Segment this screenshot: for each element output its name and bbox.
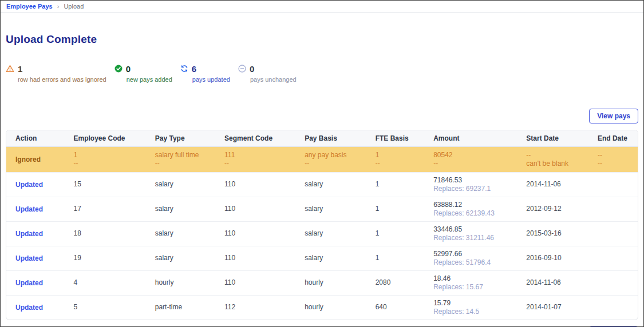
cell-employee_code: 15 — [64, 172, 145, 197]
cell-fte_basis: 1 — [366, 172, 424, 197]
cell-value: any pay basis — [305, 151, 362, 159]
stat-added-value: 0 — [126, 64, 131, 74]
column-header-pay_basis: Pay Basis — [295, 130, 366, 146]
cell-subvalue: -- — [224, 159, 291, 168]
cell-value: 640 — [376, 303, 420, 312]
column-header-action: Action — [6, 130, 64, 146]
cell-value: salary — [305, 180, 362, 189]
ignored-label: Ignored — [15, 155, 41, 164]
cell-value: 110 — [224, 254, 291, 262]
cell-value: 112 — [224, 303, 291, 312]
cell-value: 33446.85 — [433, 225, 512, 234]
cell-value: hourly — [155, 278, 211, 287]
cell-amount: 71846.53Replaces: 69237.1 — [424, 172, 517, 197]
cell-value: 2014-01-07 — [526, 303, 584, 312]
stat-errors-top: 1 — [6, 64, 106, 73]
cell-subvalue: -- — [305, 159, 362, 168]
cell-pay_type: salary — [146, 246, 215, 270]
column-header-end_date: End Date — [588, 130, 638, 146]
stat-errors-label: row had errors and was ignored — [6, 76, 106, 83]
cell-value: salary — [305, 254, 362, 262]
cell-value: 1 — [73, 151, 141, 159]
cell-subvalue: -- — [598, 159, 633, 168]
cell-value: 2014-11-06 — [526, 180, 584, 189]
updated-link[interactable]: Updated — [15, 181, 43, 189]
stat-errors-value: 1 — [18, 64, 22, 74]
cell-value: 4 — [73, 278, 141, 287]
cell-fte_basis: 1 — [366, 246, 424, 270]
cell-start_date: 2016-09-10 — [517, 246, 588, 270]
table-header: ActionEmployee CodePay TypeSegment CodeP… — [6, 130, 638, 146]
cell-action: Updated — [6, 197, 64, 221]
table-row: Updated15salary110salary171846.53Replace… — [6, 172, 638, 197]
cell-value: 71846.53 — [433, 176, 512, 185]
cell-pay_basis: salary — [295, 221, 366, 246]
cell-start_date: 2014-11-06 — [517, 270, 588, 295]
cell-pay_basis: any pay basis-- — [295, 146, 366, 172]
cell-value: 2016-09-10 — [526, 254, 584, 262]
cell-segment_code: 110 — [215, 246, 295, 270]
stat-unchanged-top: 0 — [238, 64, 297, 73]
cell-subvalue: -- — [73, 159, 141, 168]
cell-segment_code: 110 — [215, 270, 295, 295]
cell-value: 2014-11-06 — [526, 278, 584, 287]
cell-end_date — [588, 246, 638, 270]
cell-value: 2012-09-12 — [526, 205, 584, 213]
cell-start_date: 2012-09-12 — [517, 197, 588, 221]
cell-employee_code: 17 — [64, 197, 145, 221]
view-pays-button-top[interactable]: View pays — [589, 109, 638, 123]
cell-start_date: 2014-01-07 — [517, 295, 588, 320]
cell-employee_code: 18 — [64, 221, 145, 246]
stat-unchanged: 0 pays unchanged — [238, 64, 297, 83]
cell-fte_basis: 2080 — [366, 270, 424, 295]
cell-value: 5 — [73, 303, 141, 312]
cell-value: 2080 — [376, 278, 420, 287]
column-header-fte_basis: FTE Basis — [366, 130, 424, 146]
updated-link[interactable]: Updated — [15, 279, 43, 287]
cell-amount: 63888.12Replaces: 62139.43 — [424, 197, 517, 221]
cell-end_date — [588, 172, 638, 197]
stat-added: 0 new pays added — [114, 64, 172, 83]
stat-added-top: 0 — [114, 64, 172, 73]
cell-subvalue: Replaces: 14.5 — [433, 308, 512, 316]
results-table-body: Ignored1--salary full time--111--any pay… — [6, 146, 638, 320]
cell-pay_type: hourly — [146, 270, 215, 295]
cell-subvalue: Replaces: 62139.43 — [433, 209, 512, 218]
stat-unchanged-label: pays unchanged — [238, 76, 297, 83]
main-content: Upload Complete 1 row had errors and was… — [1, 33, 643, 327]
column-header-employee_code: Employee Code — [64, 130, 145, 146]
breadcrumb-current: Upload — [64, 3, 84, 10]
updated-link[interactable]: Updated — [15, 205, 43, 213]
stat-added-label: new pays added — [114, 76, 172, 83]
table-row: Ignored1--salary full time--111--any pay… — [6, 146, 638, 172]
cell-value: salary — [155, 180, 211, 189]
updated-link[interactable]: Updated — [15, 230, 43, 238]
updated-link[interactable]: Updated — [15, 304, 43, 312]
table-header-row: ActionEmployee CodePay TypeSegment CodeP… — [6, 130, 638, 146]
cell-end_date — [588, 270, 638, 295]
cell-value: 110 — [224, 205, 291, 213]
updated-link[interactable]: Updated — [15, 254, 43, 262]
cell-pay_type: salary — [146, 221, 215, 246]
cell-value: 1 — [376, 205, 420, 213]
sync-icon — [180, 65, 188, 73]
breadcrumb-link-employee-pays[interactable]: Employee Pays — [6, 3, 53, 10]
cell-segment_code: 110 — [215, 172, 295, 197]
top-actions: View pays — [6, 109, 638, 123]
cell-value: part-time — [155, 303, 211, 312]
cell-value: 1 — [376, 151, 420, 159]
cell-value: 1 — [376, 229, 420, 238]
cell-value: 52997.66 — [433, 250, 512, 258]
cell-value: 15 — [73, 180, 141, 189]
cell-value: 15.79 — [433, 299, 512, 308]
column-header-start_date: Start Date — [517, 130, 588, 146]
cell-subvalue: -- — [376, 159, 420, 168]
upload-results-table: ActionEmployee CodePay TypeSegment CodeP… — [6, 130, 638, 320]
cell-value: 111 — [224, 151, 291, 159]
cell-subvalue: Replaces: 69237.1 — [433, 185, 512, 193]
cell-fte_basis: 1-- — [366, 146, 424, 172]
table-row: Updated5part-time112hourly64015.79Replac… — [6, 295, 638, 320]
stat-updated-top: 6 — [180, 64, 230, 73]
cell-value: 19 — [73, 254, 141, 262]
cell-value: salary — [155, 254, 211, 262]
